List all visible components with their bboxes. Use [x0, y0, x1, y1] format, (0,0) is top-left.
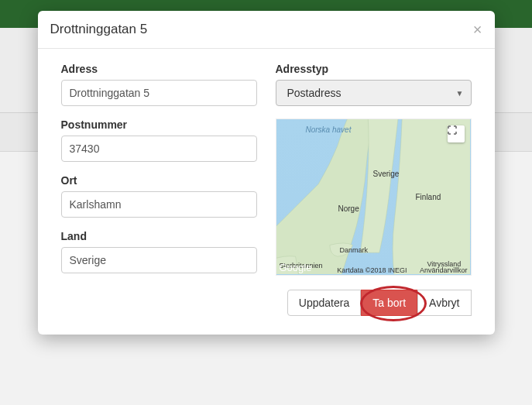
close-icon[interactable]: × — [473, 22, 482, 37]
address-input[interactable] — [61, 80, 257, 106]
modal-header: Drottninggatan 5 × — [38, 11, 495, 49]
fullscreen-icon[interactable] — [448, 125, 465, 142]
google-logo: Google — [280, 262, 312, 273]
city-input[interactable] — [61, 191, 257, 218]
button-row: Uppdatera Ta bort Avbryt — [276, 290, 472, 316]
map-label-sea: Norska havet — [306, 125, 352, 134]
address-modal: Drottninggatan 5 × Adress Postnummer Ort — [38, 11, 495, 335]
type-label: Adresstyp — [276, 63, 472, 75]
modal-overlay: Drottninggatan 5 × Adress Postnummer Ort — [0, 0, 532, 405]
map[interactable]: Norska havet Norge Sverige Finland Danma… — [276, 118, 472, 276]
left-column: Adress Postnummer Ort Land — [61, 63, 257, 316]
type-select[interactable]: Postadress — [276, 80, 472, 106]
map-terms-link[interactable]: Användarvillkor — [420, 266, 468, 274]
postal-input[interactable] — [61, 136, 257, 162]
map-label-finland: Finland — [416, 193, 441, 201]
address-label: Adress — [61, 63, 257, 75]
country-input[interactable] — [61, 247, 257, 273]
city-label: Ort — [61, 174, 257, 187]
update-button[interactable]: Uppdatera — [287, 290, 361, 316]
delete-button[interactable]: Ta bort — [361, 290, 417, 316]
country-label: Land — [61, 230, 257, 242]
modal-title: Drottninggatan 5 — [50, 22, 148, 37]
modal-body: Adress Postnummer Ort Land Ad — [38, 49, 495, 335]
right-column: Adresstyp Postadress ▼ No — [276, 63, 472, 316]
map-label-norway: Norge — [338, 204, 359, 213]
map-label-sweden: Sverige — [373, 170, 400, 178]
map-attribution: Kartdata ©2018 INEGI — [337, 266, 407, 274]
map-label-denmark: Danmark — [340, 246, 369, 254]
cancel-button[interactable]: Avbryt — [417, 290, 471, 316]
postal-label: Postnummer — [61, 118, 257, 131]
